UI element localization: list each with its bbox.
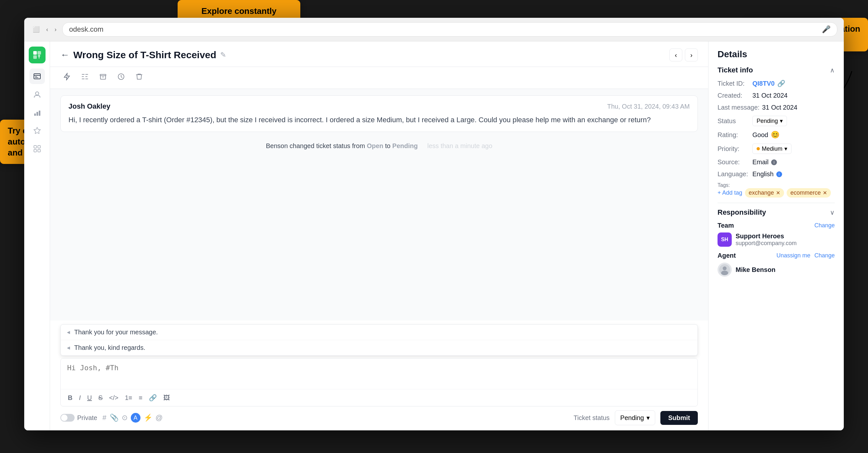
- italic-btn[interactable]: I: [77, 393, 83, 403]
- priority-badge[interactable]: Medium ▾: [752, 144, 792, 154]
- app-layout: ← Wrong Size of T-Shirt Received ✎ ‹ ›: [24, 41, 844, 430]
- team-section: Team Change SH Support Heroes support@co…: [717, 222, 835, 247]
- sidebar-item-apps[interactable]: [29, 141, 45, 157]
- suggestion-1[interactable]: ◄ Thank you for your message.: [61, 324, 698, 340]
- responsibility-header: Responsibility ∨: [717, 208, 835, 217]
- nav-forward-btn[interactable]: ›: [53, 25, 58, 34]
- agent-card: Mike Benson: [717, 262, 835, 277]
- ticket-id-value[interactable]: QI8TV0: [752, 80, 775, 87]
- unassign-btn[interactable]: Unassign me: [776, 252, 810, 259]
- status-change-event: Benson changed ticket status from Open t…: [60, 137, 698, 155]
- agent-avatar: [717, 262, 732, 277]
- svg-rect-15: [100, 74, 106, 76]
- hashtag-btn[interactable]: #: [102, 413, 106, 423]
- ticket-info-title: Ticket info: [717, 66, 753, 74]
- underline-btn[interactable]: U: [85, 393, 94, 403]
- sidebar-item-automation[interactable]: [29, 123, 45, 138]
- delete-btn[interactable]: [133, 71, 146, 85]
- reply-suggestions: ◄ Thank you for your message. ◄ Thank yo…: [60, 324, 698, 356]
- svg-point-7: [35, 92, 39, 95]
- svg-rect-6: [34, 74, 40, 79]
- archive-btn[interactable]: [97, 71, 110, 85]
- browser-window: ⬜ ‹ › odesk.com 🎤: [24, 18, 844, 430]
- team-card: SH Support Heroes support@company.com: [717, 232, 835, 247]
- copy-id-icon[interactable]: 🔗: [777, 80, 785, 87]
- team-avatar: SH: [717, 232, 732, 247]
- message-sender: Josh Oakley: [68, 102, 111, 111]
- sidebar-item-tickets[interactable]: [29, 68, 45, 84]
- tag-exchange: exchange ✕: [745, 188, 784, 198]
- message-header: Josh Oakley Thu, Oct 31, 2024, 09:43 AM: [68, 102, 690, 111]
- priority-dot: [756, 147, 760, 150]
- merge-btn[interactable]: [79, 71, 91, 85]
- unordered-list-btn[interactable]: ≡: [137, 393, 145, 403]
- language-value: English: [752, 170, 774, 178]
- ticket-status-label: Ticket status: [574, 414, 610, 422]
- agent-header: Agent Unassign me Change: [717, 252, 835, 259]
- tag-ecommerce: ecommerce ✕: [786, 188, 831, 198]
- status-btn[interactable]: [115, 71, 128, 85]
- nav-back-btn[interactable]: ‹: [44, 25, 50, 34]
- priority-row: Priority: Medium ▾: [717, 144, 835, 154]
- private-toggle-switch[interactable]: [60, 414, 74, 422]
- code-btn[interactable]: </>: [107, 393, 120, 403]
- tags-container: + Add tag exchange ✕ ecommerce ✕: [717, 188, 835, 198]
- submit-button[interactable]: Submit: [660, 411, 698, 425]
- prev-ticket-btn[interactable]: ‹: [670, 49, 682, 61]
- svg-rect-10: [39, 111, 40, 116]
- bold-btn[interactable]: B: [66, 393, 74, 403]
- url-bar[interactable]: odesk.com 🎤: [62, 22, 837, 36]
- divider: [717, 203, 835, 203]
- at-btn[interactable]: @: [156, 413, 163, 423]
- app-logo: [29, 47, 45, 63]
- svg-rect-14: [38, 149, 40, 152]
- messages-area[interactable]: Josh Oakley Thu, Oct 31, 2024, 09:43 AM …: [50, 89, 708, 320]
- suggestion-2[interactable]: ◄ Thank you, kind regards.: [61, 340, 698, 356]
- ticket-id-row: Ticket ID: QI8TV0 🔗: [717, 80, 835, 87]
- back-button[interactable]: ←: [60, 50, 69, 60]
- team-change-btn[interactable]: Change: [814, 222, 835, 229]
- team-title: Team: [717, 222, 734, 229]
- mention-btn[interactable]: A: [131, 413, 141, 423]
- svg-rect-3: [33, 51, 37, 55]
- tag-ecommerce-remove[interactable]: ✕: [823, 190, 827, 196]
- sidebar: [24, 41, 50, 430]
- svg-point-18: [723, 266, 726, 270]
- next-ticket-btn[interactable]: ›: [685, 49, 698, 61]
- add-tag-btn[interactable]: + Add tag: [717, 190, 742, 196]
- ticket-title-row: ← Wrong Size of T-Shirt Received ✎: [60, 50, 226, 60]
- ticket-toolbar: [50, 67, 708, 89]
- team-info: Support Heroes support@company.com: [736, 232, 797, 247]
- edit-icon[interactable]: ✎: [220, 51, 226, 59]
- sidebar-item-contacts[interactable]: [29, 87, 45, 102]
- priority-label: Priority:: [717, 145, 750, 152]
- responsibility-toggle[interactable]: ∨: [830, 208, 835, 216]
- ticket-status-dropdown[interactable]: Pending ▾: [615, 410, 655, 425]
- strikethrough-btn[interactable]: S: [96, 393, 104, 403]
- ai-btn[interactable]: ⚡: [144, 413, 152, 423]
- reply-input-container: B I U S </> 1≡ ≡ 🔗 🖼: [60, 358, 698, 406]
- reply-input[interactable]: [61, 359, 698, 388]
- ordered-list-btn[interactable]: 1≡: [123, 393, 134, 403]
- image-btn[interactable]: 🖼: [161, 393, 172, 403]
- agent-change-btn[interactable]: Change: [814, 252, 835, 259]
- sidebar-item-reports[interactable]: [29, 105, 45, 120]
- circle-btn[interactable]: ⊙: [122, 413, 128, 423]
- last-message-value: 31 Oct 2024: [762, 104, 797, 111]
- agent-name: Mike Benson: [736, 266, 775, 274]
- details-panel: Details Ticket info ∧ Ticket ID: QI8TV0 …: [708, 41, 844, 430]
- agent-title: Agent: [717, 252, 736, 259]
- status-badge[interactable]: Pending ▾: [752, 116, 787, 126]
- svg-rect-5: [33, 55, 37, 59]
- link-btn[interactable]: 🔗: [147, 393, 159, 403]
- tag-exchange-remove[interactable]: ✕: [776, 190, 780, 196]
- private-label: Private: [77, 414, 97, 422]
- nav-back-button[interactable]: ⬜: [31, 25, 42, 34]
- reply-footer: Private # 📎 ⊙ A ⚡ @ Ticket status: [50, 406, 708, 430]
- ticket-info-toggle[interactable]: ∧: [830, 66, 835, 74]
- attachment-btn[interactable]: 📎: [110, 413, 119, 423]
- browser-chrome: ⬜ ‹ › odesk.com 🎤: [24, 18, 844, 41]
- reply-footer-left: Private # 📎 ⊙ A ⚡ @: [60, 413, 163, 423]
- quick-actions-btn[interactable]: [60, 71, 73, 85]
- source-label: Source:: [717, 159, 750, 166]
